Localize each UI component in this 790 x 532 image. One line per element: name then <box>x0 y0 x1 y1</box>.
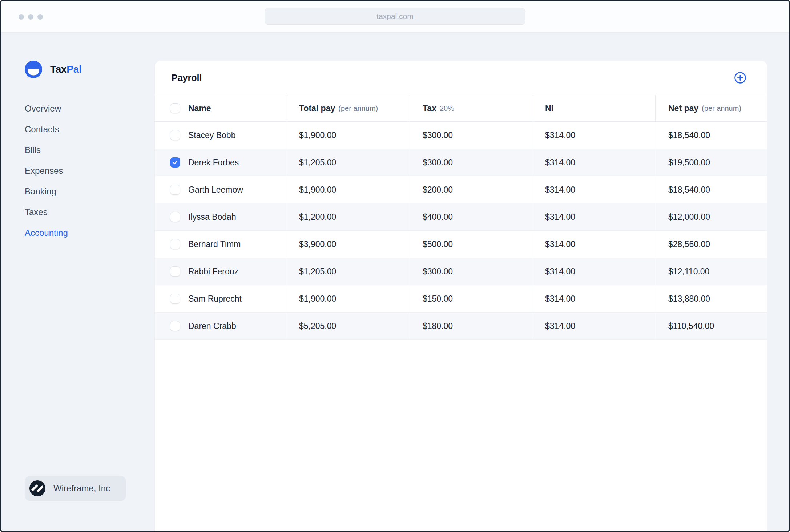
brand-primary: Tax <box>50 64 66 75</box>
column-header-net-pay: Net pay (per annum) <box>656 95 767 121</box>
brand[interactable]: TaxPal <box>25 61 155 78</box>
check-icon <box>172 160 178 165</box>
row-checkbox[interactable] <box>170 185 180 195</box>
sidebar-item[interactable]: Taxes <box>25 208 155 217</box>
sidebar-item[interactable]: Banking <box>25 187 155 196</box>
main-content: Payroll <box>155 33 790 531</box>
net-pay-value: $18,540.00 <box>656 176 767 203</box>
window-dot[interactable] <box>19 14 24 20</box>
net-pay-value: $110,540.00 <box>656 313 767 339</box>
app-body: TaxPal Overview Contacts Bills Expenses … <box>1 33 789 531</box>
row-checkbox[interactable] <box>170 157 180 168</box>
total-pay-value: $3,900.00 <box>286 231 410 258</box>
total-pay-value: $1,900.00 <box>286 176 410 203</box>
net-pay-value: $18,540.00 <box>656 122 767 149</box>
window-dot[interactable] <box>37 14 43 20</box>
ni-value: $314.00 <box>532 313 656 339</box>
sidebar-item[interactable]: Contacts <box>25 125 155 134</box>
card-header: Payroll <box>155 61 767 95</box>
column-header-tax: Tax 20% <box>410 95 532 121</box>
sidebar-nav: Overview Contacts Bills Expenses Banking… <box>25 104 155 249</box>
row-checkbox[interactable] <box>170 212 180 222</box>
url-bar[interactable]: taxpal.com <box>265 8 525 25</box>
table-row: Garth Leemow $1,900.00 $200.00 $314.00 $… <box>155 176 767 203</box>
team-name: Wireframe, Inc <box>53 483 110 493</box>
sidebar: TaxPal Overview Contacts Bills Expenses … <box>1 33 155 531</box>
ni-value: $314.00 <box>532 258 656 285</box>
payroll-table: Name Total pay (per annum) Tax 20% NI <box>155 95 767 340</box>
column-header-ni: NI <box>532 95 656 121</box>
app-window: taxpal.com TaxPal Overview Contacts Bill… <box>0 0 790 532</box>
team-badge[interactable]: Wireframe, Inc <box>25 476 126 501</box>
row-checkbox[interactable] <box>170 294 180 304</box>
payroll-card: Payroll <box>155 61 767 531</box>
tax-value: $300.00 <box>410 149 532 176</box>
name-cell: Derek Forbes <box>155 149 286 176</box>
employee-name: Derek Forbes <box>188 158 239 168</box>
ni-value: $314.00 <box>532 122 656 149</box>
ni-value: $314.00 <box>532 176 656 203</box>
employee-name: Ilyssa Bodah <box>188 212 236 222</box>
window-controls <box>19 1 43 32</box>
brand-accent: Pal <box>66 64 81 75</box>
sidebar-item[interactable]: Bills <box>25 146 155 154</box>
taxpal-logo-icon <box>25 61 42 78</box>
table-row: Stacey Bobb $1,900.00 $300.00 $314.00 $1… <box>155 122 767 149</box>
ni-value: $314.00 <box>532 203 656 230</box>
table-row: Daren Crabb $5,205.00 $180.00 $314.00 $1… <box>155 313 767 340</box>
tax-value: $400.00 <box>410 203 532 230</box>
table-row: Derek Forbes $1,205.00 $300.00 $314.00 $… <box>155 149 767 176</box>
table-header-row: Name Total pay (per annum) Tax 20% NI <box>155 95 767 122</box>
name-cell: Ilyssa Bodah <box>155 203 286 230</box>
ni-value: $314.00 <box>532 285 656 312</box>
name-cell: Garth Leemow <box>155 176 286 203</box>
net-pay-value: $13,880.00 <box>656 285 767 312</box>
tax-value: $200.00 <box>410 176 532 203</box>
tax-value: $150.00 <box>410 285 532 312</box>
column-header-name: Name <box>155 95 286 121</box>
sidebar-item[interactable]: Expenses <box>25 166 155 175</box>
total-pay-value: $5,205.00 <box>286 313 410 339</box>
tax-value: $180.00 <box>410 313 532 339</box>
employee-name: Daren Crabb <box>188 321 236 331</box>
row-checkbox[interactable] <box>170 239 180 249</box>
net-pay-value: $12,000.00 <box>656 203 767 230</box>
name-cell: Sam Ruprecht <box>155 285 286 312</box>
sidebar-item[interactable]: Accounting <box>25 229 155 237</box>
employee-name: Sam Ruprecht <box>188 294 242 304</box>
ni-value: $314.00 <box>532 149 656 176</box>
brand-name: TaxPal <box>50 64 81 75</box>
net-pay-value: $19,500.00 <box>656 149 767 176</box>
name-cell: Stacey Bobb <box>155 122 286 149</box>
total-pay-value: $1,900.00 <box>286 285 410 312</box>
add-payroll-button[interactable] <box>734 71 747 84</box>
name-cell: Daren Crabb <box>155 313 286 339</box>
page-title: Payroll <box>172 73 202 83</box>
name-cell: Rabbi Ferouz <box>155 258 286 285</box>
ni-value: $314.00 <box>532 231 656 258</box>
name-cell: Bernard Timm <box>155 231 286 258</box>
total-pay-value: $1,205.00 <box>286 149 410 176</box>
tax-value: $300.00 <box>410 258 532 285</box>
select-all-checkbox[interactable] <box>170 103 180 113</box>
total-pay-value: $1,200.00 <box>286 203 410 230</box>
tax-value: $500.00 <box>410 231 532 258</box>
table-row: Sam Ruprecht $1,900.00 $150.00 $314.00 $… <box>155 285 767 313</box>
sidebar-item[interactable]: Overview <box>25 104 155 113</box>
employee-name: Bernard Timm <box>188 239 241 249</box>
window-dot[interactable] <box>28 14 33 20</box>
row-checkbox[interactable] <box>170 321 180 331</box>
employee-name: Garth Leemow <box>188 185 243 195</box>
column-header-total-pay: Total pay (per annum) <box>286 95 410 121</box>
total-pay-value: $1,205.00 <box>286 258 410 285</box>
total-pay-value: $1,900.00 <box>286 122 410 149</box>
plus-circle-icon <box>734 71 747 84</box>
row-checkbox[interactable] <box>170 266 180 277</box>
row-checkbox[interactable] <box>170 130 180 140</box>
net-pay-value: $28,560.00 <box>656 231 767 258</box>
table-row: Rabbi Ferouz $1,205.00 $300.00 $314.00 $… <box>155 258 767 285</box>
employee-name: Stacey Bobb <box>188 130 235 140</box>
wireframe-logo-icon <box>29 480 45 496</box>
url-text: taxpal.com <box>376 12 414 21</box>
net-pay-value: $12,110.00 <box>656 258 767 285</box>
